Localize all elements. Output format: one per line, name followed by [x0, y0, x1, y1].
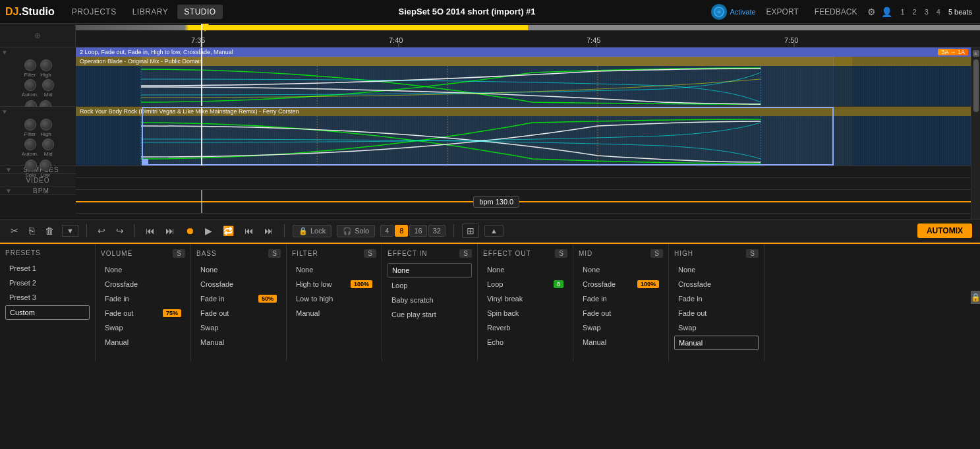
mid-swap[interactable]: Swap: [579, 321, 663, 334]
bass-crossfade[interactable]: Crossfade: [196, 278, 281, 291]
volume-fadein[interactable]: Fade in: [101, 292, 185, 305]
more-tools-btn[interactable]: ▼: [62, 225, 78, 237]
high-crossfade[interactable]: Crossfade: [674, 278, 759, 291]
play-btn[interactable]: ▶: [202, 224, 215, 237]
mid-fadein[interactable]: Fade in: [579, 292, 663, 305]
volume-fadeout[interactable]: Fade out 75%: [101, 307, 185, 320]
filter-s-btn[interactable]: S: [364, 249, 376, 258]
undo-btn[interactable]: ↩: [95, 224, 108, 237]
preset2-item[interactable]: Preset 2: [5, 276, 90, 289]
effectin-babyscratch[interactable]: Baby scratch: [388, 293, 472, 307]
effectout-loop[interactable]: Loop 8: [483, 278, 567, 291]
vertical-scrollbar[interactable]: ▲ 🔒: [971, 47, 980, 219]
mid-fadeout[interactable]: Fade out: [579, 307, 663, 320]
solo-button[interactable]: 🎧 Solo: [337, 225, 375, 237]
track2-vol-knob[interactable]: [25, 160, 37, 171]
track1-collapse-btn[interactable]: ▼: [1, 49, 8, 56]
settings-icon[interactable]: ⚙: [867, 7, 876, 17]
volume-s-btn[interactable]: S: [173, 249, 185, 258]
track2-mid-knob[interactable]: [42, 138, 54, 150]
effectin-none[interactable]: None: [388, 263, 472, 278]
timeline-ruler[interactable]: 7:35 7:40 7:45 7:50: [76, 24, 980, 47]
track1-mid-knob[interactable]: [42, 79, 54, 91]
track2-autom-knob[interactable]: [24, 138, 36, 150]
track1-waveform-area[interactable]: 2 Loop, Fade out, Fade in, High to low, …: [76, 47, 971, 107]
bass-none[interactable]: None: [196, 263, 281, 276]
high-s-btn[interactable]: S: [746, 249, 759, 258]
effectin-loop[interactable]: Loop: [388, 279, 472, 292]
high-fadeout[interactable]: Fade out: [674, 307, 759, 320]
activate-link[interactable]: Activate: [730, 8, 755, 16]
effectout-vinylbreak[interactable]: Vinyl break: [483, 292, 567, 305]
volume-manual[interactable]: Manual: [101, 336, 185, 349]
q32-btn[interactable]: 32: [428, 225, 446, 237]
mixed-key-widget[interactable]: Activate: [711, 4, 755, 20]
export-button[interactable]: EXPORT: [761, 5, 804, 19]
redo-btn[interactable]: ↪: [113, 224, 127, 237]
lock-button[interactable]: 🔒 Lock: [293, 225, 331, 237]
track1-filter-knob[interactable]: [24, 59, 36, 71]
mid-s-btn[interactable]: S: [650, 249, 663, 258]
high-swap[interactable]: Swap: [674, 321, 759, 334]
volume-crossfade[interactable]: Crossfade: [101, 278, 185, 291]
q4-btn[interactable]: 4: [380, 225, 393, 237]
bass-fadein[interactable]: Fade in 50%: [196, 292, 281, 305]
filter-high-to-low[interactable]: High to low 100%: [292, 278, 376, 291]
fast-forward-btn[interactable]: ⏭: [163, 224, 177, 237]
q8-btn[interactable]: 8: [395, 225, 408, 237]
feedback-button[interactable]: FEEDBACK: [809, 5, 863, 19]
rewind-btn[interactable]: ⏮: [143, 224, 158, 237]
track2-high-knob[interactable]: [40, 119, 52, 131]
mid-none[interactable]: None: [579, 263, 663, 276]
track2-filter-knob[interactable]: [24, 119, 36, 131]
track2-waveform-area[interactable]: Rock Your Body Rock (Dimitri Vegas & Lik…: [76, 107, 971, 166]
preset3-item[interactable]: Preset 3: [5, 291, 90, 304]
collapse-all-btn[interactable]: ▲: [484, 225, 504, 237]
filter-low-to-high[interactable]: Low to high: [292, 292, 376, 305]
high-manual[interactable]: Manual: [674, 336, 759, 350]
skip-back-btn[interactable]: ⏮: [242, 224, 256, 237]
bass-manual[interactable]: Manual: [196, 336, 281, 349]
track1-autom-knob[interactable]: [24, 79, 36, 91]
bpm-collapse-icon[interactable]: ▼: [5, 187, 12, 195]
bass-s-btn[interactable]: S: [268, 249, 281, 258]
delete-btn[interactable]: 🗑: [42, 224, 57, 237]
copy-btn[interactable]: ⎘: [26, 224, 37, 237]
volume-swap[interactable]: Swap: [101, 321, 185, 334]
preset-custom-item[interactable]: Custom: [5, 305, 90, 320]
grid-view-btn[interactable]: ⊞: [462, 224, 479, 238]
nav-studio[interactable]: STUDIO: [177, 5, 222, 19]
high-none[interactable]: None: [674, 263, 759, 276]
bass-swap[interactable]: Swap: [196, 321, 281, 334]
preset1-item[interactable]: Preset 1: [5, 262, 90, 275]
effectout-reverb[interactable]: Reverb: [483, 321, 567, 334]
q16-btn[interactable]: 16: [409, 225, 426, 237]
loop-btn[interactable]: 🔁: [220, 224, 237, 237]
record-btn[interactable]: ⏺: [183, 224, 197, 237]
samples-collapse-icon[interactable]: ▼: [5, 166, 12, 173]
automix-button[interactable]: AUTOMIX: [917, 224, 972, 238]
mid-crossfade[interactable]: Crossfade 100%: [579, 278, 663, 291]
nav-library[interactable]: LIBRARY: [126, 5, 175, 19]
effectout-spinback[interactable]: Spin back: [483, 307, 567, 320]
scroll-thumb[interactable]: [973, 59, 979, 112]
volume-none[interactable]: None: [101, 263, 185, 276]
mid-manual[interactable]: Manual: [579, 336, 663, 349]
notifications-icon[interactable]: 👤: [881, 7, 892, 17]
effectout-echo[interactable]: Echo: [483, 336, 567, 349]
filter-manual[interactable]: Manual: [292, 307, 376, 320]
track2-low-knob[interactable]: [40, 160, 51, 171]
effectout-none[interactable]: None: [483, 263, 567, 276]
track2-collapse-btn[interactable]: ▼: [1, 108, 8, 115]
high-fadein[interactable]: Fade in: [674, 292, 759, 305]
effectin-s-btn[interactable]: S: [459, 249, 472, 258]
effectin-cueplay[interactable]: Cue play start: [388, 308, 472, 321]
filter-none[interactable]: None: [292, 263, 376, 276]
skip-fwd-btn[interactable]: ⏭: [262, 224, 276, 237]
bass-fadeout[interactable]: Fade out: [196, 307, 281, 320]
effectout-s-btn[interactable]: S: [555, 249, 567, 258]
track1-high-knob[interactable]: [40, 59, 52, 71]
cut-tool-btn[interactable]: ✂: [8, 224, 21, 237]
scroll-up-btn[interactable]: ▲: [973, 50, 979, 57]
nav-projects[interactable]: PROJECTS: [65, 5, 123, 19]
